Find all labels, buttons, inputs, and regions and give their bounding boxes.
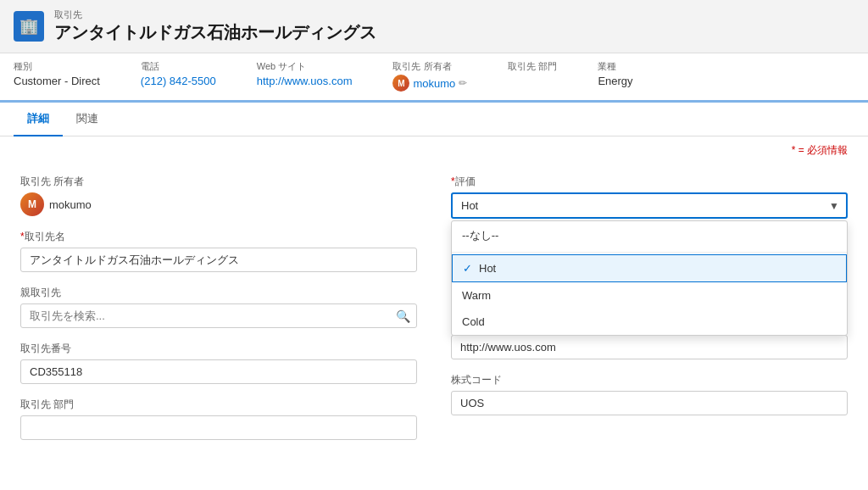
info-owner-name[interactable]: mokumo [413, 77, 455, 90]
ticker-field: 株式コード [451, 373, 848, 415]
form-area: 取引先 所有者 M mokumo *取引先名 親取引先 🔍 取引先番号 [0, 161, 868, 467]
info-owner-edit-icon[interactable]: ✏ [459, 77, 467, 89]
info-dept-label: 取引先 部門 [508, 60, 557, 73]
info-owner-avatar: M [392, 75, 409, 92]
header: 🏢 取引先 アンタイトルドガス石油ホールディングス [0, 0, 868, 53]
rating-select-wrapper: Hot ▼ --なし-- ✓ Hot Warm [451, 192, 848, 219]
rating-field: *評価 Hot ▼ --なし-- ✓ Hot Wa [451, 175, 848, 219]
info-industry-value: Energy [598, 75, 632, 87]
parent-account-label: 親取引先 [20, 286, 417, 300]
account-name-label: *取引先名 [20, 230, 417, 244]
dropdown-option-none[interactable]: --なし-- [452, 221, 847, 250]
dropdown-divider [452, 252, 847, 253]
tab-related[interactable]: 関連 [63, 103, 112, 136]
ticker-input[interactable] [451, 391, 848, 415]
dropdown-option-warm[interactable]: Warm [452, 282, 847, 309]
dropdown-option-warm-label: Warm [462, 289, 491, 302]
info-owner-row: M mokumo ✏ [392, 75, 467, 92]
info-website-label: Web サイト [257, 60, 353, 73]
info-phone-value[interactable]: (212) 842-5500 [141, 75, 216, 87]
info-type-value: Customer - Direct [14, 75, 100, 87]
dropdown-option-hot[interactable]: ✓ Hot [452, 254, 847, 282]
owner-row: M mokumo [20, 192, 417, 216]
dropdown-option-cold-label: Cold [462, 315, 485, 328]
info-industry: 業種 Energy [598, 60, 632, 87]
website-input[interactable] [451, 335, 848, 359]
owner-name: mokumo [49, 198, 92, 211]
page-title: アンタイトルドガス石油ホールディングス [54, 21, 376, 44]
dept-field: 取引先 部門 [20, 398, 417, 440]
rating-label: *評価 [451, 175, 848, 189]
owner-label: 取引先 所有者 [20, 175, 417, 189]
owner-avatar: M [20, 192, 44, 216]
breadcrumb: 取引先 [54, 8, 376, 21]
info-website-value[interactable]: http://www.uos.com [257, 75, 353, 87]
account-icon: 🏢 [14, 11, 44, 42]
info-dept: 取引先 部門 [508, 60, 557, 75]
info-bar: 種別 Customer - Direct 電話 (212) 842-5500 W… [0, 53, 868, 103]
account-name-input[interactable] [20, 248, 417, 272]
dept-label: 取引先 部門 [20, 398, 417, 412]
info-type-label: 種別 [14, 60, 100, 73]
dropdown-option-cold[interactable]: Cold [452, 309, 847, 335]
info-type: 種別 Customer - Direct [14, 60, 100, 87]
tab-detail[interactable]: 詳細 [14, 103, 63, 136]
parent-search-wrapper: 🔍 [20, 303, 417, 328]
parent-account-field: 親取引先 🔍 [20, 286, 417, 328]
search-icon: 🔍 [396, 309, 410, 323]
info-website: Web サイト http://www.uos.com [257, 60, 353, 87]
account-number-input[interactable] [20, 359, 417, 384]
required-asterisk: * [792, 144, 796, 156]
rating-dropdown-list: --なし-- ✓ Hot Warm Cold [451, 220, 848, 336]
info-industry-label: 業種 [598, 60, 632, 73]
owner-field: 取引先 所有者 M mokumo [20, 175, 417, 216]
info-owner: 取引先 所有者 M mokumo ✏ [392, 60, 467, 92]
check-icon: ✓ [463, 262, 472, 275]
rating-select[interactable]: Hot [451, 192, 848, 219]
tab-bar: 詳細 関連 [0, 103, 868, 136]
account-number-field: 取引先番号 [20, 342, 417, 384]
required-text: = 必須情報 [798, 144, 848, 156]
required-note: * = 必須情報 [0, 136, 868, 161]
account-name-field: *取引先名 [20, 230, 417, 272]
info-owner-label: 取引先 所有者 [392, 60, 467, 73]
dropdown-option-hot-label: Hot [479, 262, 496, 275]
rating-selected-value: Hot [461, 199, 478, 212]
account-number-label: 取引先番号 [20, 342, 417, 356]
form-right: *評価 Hot ▼ --なし-- ✓ Hot Wa [451, 175, 848, 454]
info-phone: 電話 (212) 842-5500 [141, 60, 216, 87]
form-left: 取引先 所有者 M mokumo *取引先名 親取引先 🔍 取引先番号 [20, 175, 451, 454]
dept-input[interactable] [20, 415, 417, 440]
info-phone-label: 電話 [141, 60, 216, 73]
ticker-label: 株式コード [451, 373, 848, 387]
parent-account-input[interactable] [20, 303, 417, 328]
dropdown-option-none-label: --なし-- [462, 228, 498, 243]
